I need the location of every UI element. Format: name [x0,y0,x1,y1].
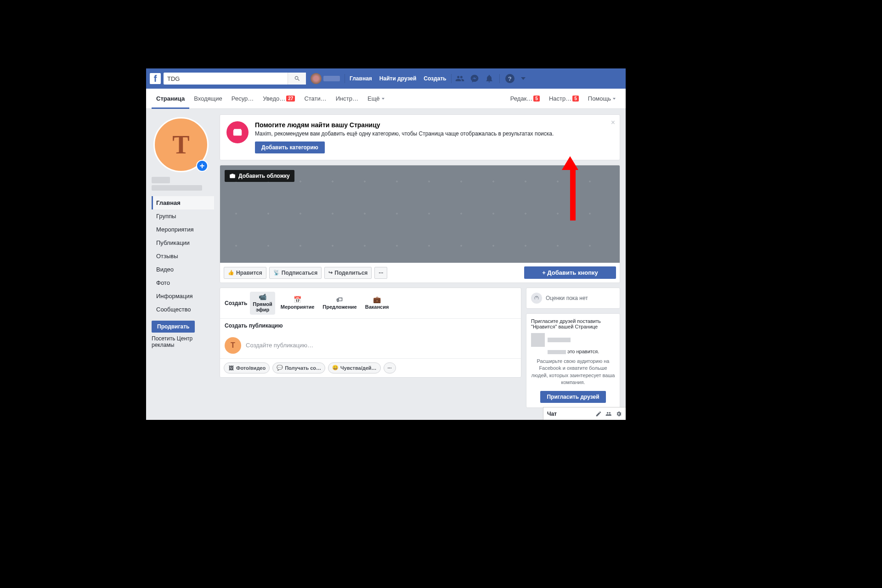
tab-edit[interactable]: Редак…5 [506,89,544,108]
tip-card: Помогите людям найти вашу Страницу Maxim… [220,114,620,160]
account-menu-caret[interactable] [521,77,526,80]
search-icon [294,75,300,82]
chip-more[interactable]: ··· [384,362,396,373]
ad-center-link[interactable]: Посетить Центр рекламы [152,335,214,348]
search-wrap [164,73,306,85]
cover-card: Добавить обложку 👍Нравится 📡Подписаться … [220,165,620,283]
share-icon: ↪ [328,270,333,276]
page-tabs: Страница Входящие Ресур… Уведо…27 Стати…… [146,89,626,109]
chip-photo[interactable]: 🖼Фото/видео [224,362,270,373]
add-photo-badge[interactable]: + [196,160,208,172]
profile-picture[interactable]: T + [153,117,209,172]
photo-icon: 🖼 [228,365,234,371]
create-row: Создать 📹Прямой эфир 📅Мероприятие 🏷Предл… [220,288,521,319]
nav-home[interactable]: Главная [152,196,214,209]
invite-friend-row [531,333,615,347]
bell-icon[interactable] [485,74,494,83]
nav-posts[interactable]: Публикации [152,236,214,249]
search-input[interactable] [164,75,288,82]
camera-icon [229,173,236,179]
friend-avatar-blur [531,333,545,347]
add-cta-button[interactable]: + Добавить кнопку [524,266,616,279]
chevron-down-icon [382,98,384,100]
chip-messages[interactable]: 💬Получать со… [272,362,325,373]
chip-feeling[interactable]: 😀Чувства/дей… [328,362,381,373]
app-window: f Главная Найти друзей Создать ? Страниц… [146,68,626,420]
user-name-blur [323,76,340,81]
nav-create[interactable]: Создать [420,68,450,89]
composer-card: Создать 📹Прямой эфир 📅Мероприятие 🏷Предл… [220,288,521,378]
left-nav: Главная Группы Мероприятия Публикации От… [152,196,214,316]
friends-icon[interactable] [455,74,464,83]
nav-community[interactable]: Сообщество [152,303,214,316]
promote-button[interactable]: Продвигать [152,321,195,333]
rating-card: Оценки пока нет [526,288,620,309]
add-cover-button[interactable]: Добавить обложку [225,170,294,182]
tab-help[interactable]: Помощь [583,89,620,108]
share-button[interactable]: ↪Поделиться [324,267,372,279]
rss-icon: 📡 [273,270,280,276]
follow-button[interactable]: 📡Подписаться [269,267,322,279]
chat-label: Чат [547,411,557,417]
compose-icon[interactable] [595,411,602,417]
video-camera-icon: 📹 [259,294,266,300]
tab-insights[interactable]: Стати… [300,89,331,108]
nav-friends[interactable]: Найти друзей [376,68,420,89]
page-body: T + Главная Группы Мероприятия Публикаци… [146,109,626,413]
invite-desc: Расширьте свою аудиторию на Facebook и о… [531,358,615,386]
opt-offer[interactable]: 🏷Предложение [320,294,359,311]
top-icons: ? [455,74,526,83]
create-label: Создать [225,300,247,306]
cover-area[interactable]: Добавить обложку [220,165,620,263]
nav-reviews[interactable]: Отзывы [152,249,214,263]
settings-badge: 5 [572,96,579,102]
tab-more[interactable]: Ещё [363,89,389,108]
tag-icon: 🏷 [336,296,343,303]
opt-job[interactable]: 💼Вакансия [362,294,392,311]
nav-photos[interactable]: Фото [152,276,214,289]
messenger-icon[interactable] [470,74,479,83]
tab-page[interactable]: Страница [152,89,189,108]
messenger-icon: 💬 [277,365,283,371]
help-icon[interactable]: ? [505,74,514,83]
more-button[interactable]: ··· [374,267,387,279]
search-button[interactable] [288,73,306,85]
invite-friends-button[interactable]: Пригласить друзей [540,391,605,403]
page-actions: 👍Нравится 📡Подписаться ↪Поделиться ··· +… [220,263,620,283]
composer[interactable]: T Создайте публикацию… [220,333,521,358]
nav-groups[interactable]: Группы [152,209,214,223]
tab-tools[interactable]: Инстр… [331,89,363,108]
close-tip-button[interactable]: × [611,119,615,127]
opt-event[interactable]: 📅Мероприятие [278,294,317,311]
tab-resources[interactable]: Ресур… [227,89,258,108]
content-split: Создать 📹Прямой эфир 📅Мероприятие 🏷Предл… [220,288,620,408]
facebook-logo[interactable]: f [150,73,161,84]
notif-badge: 27 [286,96,295,102]
composer-placeholder: Создайте публикацию… [246,342,313,349]
profile-letter: T [172,130,189,159]
opt-live[interactable]: 📹Прямой эфир [250,292,275,315]
left-column: T + Главная Группы Мероприятия Публикаци… [152,114,214,408]
group-icon[interactable] [605,411,612,417]
invite-card: Пригласите друзей поставить "Нравится" в… [526,313,620,408]
user-avatar[interactable] [311,73,322,84]
nav-about[interactable]: Информация [152,289,214,303]
tip-title: Помогите людям найти вашу Страницу [255,121,554,129]
topbar: f Главная Найти друзей Создать ? [146,68,626,89]
rating-text: Оценки пока нет [546,295,588,301]
add-category-button[interactable]: Добавить категорию [255,141,325,153]
gear-icon[interactable] [616,411,622,417]
nav-home[interactable]: Главная [346,68,376,89]
tip-body: Maxim, рекомендуем вам добавить ещё одну… [255,130,554,137]
tab-inbox[interactable]: Входящие [189,89,227,108]
nav-videos[interactable]: Видео [152,263,214,276]
chat-dock[interactable]: Чат [543,407,626,420]
chevron-down-icon [613,98,616,100]
edit-badge: 5 [533,96,540,102]
page-name-blur [152,177,170,183]
nav-events[interactable]: Мероприятия [152,223,214,236]
tab-settings[interactable]: Настр…5 [544,89,583,108]
smiley-icon: 😀 [332,365,339,371]
tab-notifications[interactable]: Уведо…27 [258,89,300,108]
like-button[interactable]: 👍Нравится [224,267,266,279]
